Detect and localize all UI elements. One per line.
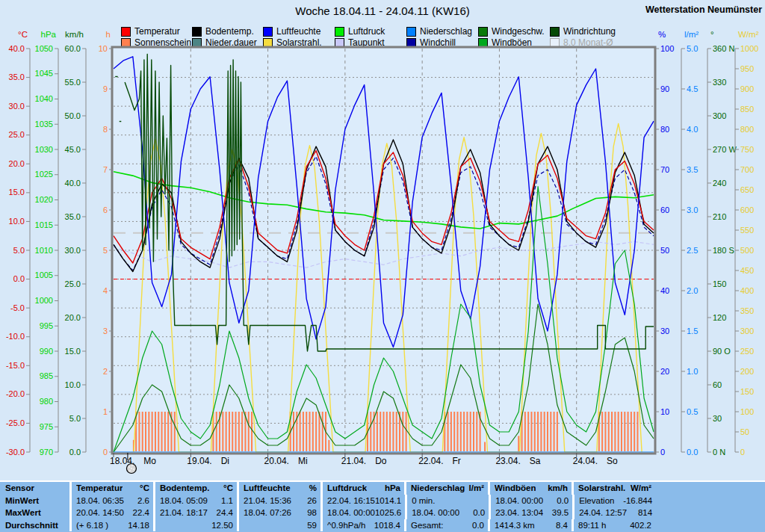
svg-text:1015: 1015 (35, 220, 53, 229)
svg-text:270 W: 270 W (713, 145, 737, 154)
svg-text:10: 10 (660, 407, 669, 416)
cell-value: W/m² (631, 482, 651, 495)
cell-text: Solarstrahl. (578, 482, 625, 495)
row-label: MaxWert (0, 507, 69, 519)
svg-text:4: 4 (103, 286, 108, 295)
cell-value: °C (140, 482, 149, 495)
axis-%: %1009080706050403020100 (655, 30, 674, 457)
svg-text:23.04. Sa: 23.04. Sa (495, 456, 540, 466)
svg-text:55.0: 55.0 (65, 78, 81, 87)
svg-text:180 S: 180 S (713, 246, 734, 255)
svg-text:1025: 1025 (35, 170, 53, 179)
svg-text:200: 200 (740, 367, 754, 376)
svg-text:150: 150 (713, 279, 726, 288)
svg-text:750: 750 (740, 145, 754, 154)
table-group-bodentemp-: 21.04. 18:1724.4 (153, 507, 237, 519)
cell-value: 12.50 (211, 519, 233, 532)
svg-text:1000: 1000 (35, 296, 53, 305)
cell-value: 24.4 (217, 507, 233, 519)
cell-value: 1014.1 (375, 495, 401, 507)
svg-text:350: 350 (740, 306, 754, 315)
svg-text:6: 6 (103, 205, 108, 214)
svg-text:1: 1 (103, 407, 108, 416)
cell-text: Bodentemp. (160, 482, 209, 495)
cell-text: 89:11 h (578, 519, 607, 532)
svg-text:5.0: 5.0 (687, 44, 698, 53)
cell-value: 98 (307, 507, 317, 519)
svg-text:0.0: 0.0 (687, 448, 698, 457)
svg-text:-5.0: -5.0 (10, 303, 25, 312)
svg-text:980: 980 (40, 397, 53, 406)
cell-text: Elevation (579, 495, 614, 507)
table-group-niederschlag: 0 min. (405, 495, 489, 507)
cell-value: 0.0 (473, 507, 485, 519)
table-group-temperatur: Temperatur°C (69, 482, 153, 495)
svg-text:5.0: 5.0 (69, 414, 81, 423)
svg-text:90 O: 90 O (713, 347, 731, 356)
svg-text:°C: °C (18, 30, 28, 39)
svg-text:-20.0: -20.0 (6, 389, 25, 398)
svg-text:500: 500 (740, 246, 754, 255)
axis-h: h109876543210 (99, 30, 113, 457)
cell-value: % (309, 482, 317, 495)
table-group-bodentemp-: Bodentemp.°C (153, 482, 237, 495)
svg-text:300: 300 (740, 327, 754, 335)
svg-text:1000: 1000 (740, 44, 758, 53)
svg-text:40.0: 40.0 (65, 179, 81, 188)
weather-app-window: { "title": "Woche 18.04.11 - 24.04.11 (K… (0, 0, 765, 532)
cell-value: 402.2 (630, 519, 651, 532)
table-group-bodentemp-: 18.04. 05:091.1 (153, 495, 237, 507)
cell-value: 1018.4 (374, 519, 400, 532)
table-group-niederschlag: 18.04. 00:000.0 (405, 507, 489, 519)
cell-text: 18.04. 05:09 (160, 495, 208, 507)
svg-text:hPa: hPa (41, 30, 57, 39)
axis-Wm: W/m²100095090085080075070065060055050045… (735, 30, 759, 457)
svg-text:650: 650 (740, 185, 754, 194)
cell-text: 23.04. 13:04 (495, 507, 543, 519)
svg-text:970: 970 (40, 448, 53, 457)
cell-text: Luftfeuchte (244, 482, 291, 495)
row-label: Sensor (0, 482, 69, 495)
svg-text:5: 5 (103, 246, 108, 255)
svg-text:3.0: 3.0 (687, 205, 698, 214)
svg-text:9: 9 (103, 84, 108, 93)
svg-text:W/m²: W/m² (738, 30, 759, 39)
svg-text:330: 330 (713, 78, 726, 87)
cell-value: 814 (638, 507, 652, 519)
axis-kmh: km/h60.055.050.045.040.035.030.025.020.0… (65, 30, 86, 457)
svg-text:1035: 1035 (35, 120, 53, 129)
svg-text:21.04. Do: 21.04. Do (341, 456, 387, 466)
cell-text: Windböen (495, 482, 536, 495)
table-group-solarstrahl-: Elevation-16.844 (572, 495, 656, 507)
cell-text: (+ 6.18 ) (76, 519, 108, 532)
axis-hPa: hPa1050104510401035103010251020101510101… (35, 30, 58, 457)
svg-text:50: 50 (740, 427, 749, 436)
svg-text:100: 100 (740, 407, 754, 416)
svg-text:19.04. Di: 19.04. Di (187, 456, 229, 466)
svg-text:20: 20 (660, 367, 669, 376)
table-group-luftdruck: 22.04. 16:151014.1 (320, 495, 405, 507)
svg-text:2.0: 2.0 (687, 286, 698, 295)
svg-text:1020: 1020 (35, 195, 53, 204)
cell-text: 1414.3 km (495, 519, 535, 532)
svg-text:850: 850 (740, 105, 754, 114)
svg-text:240: 240 (713, 179, 726, 188)
cell-value: 8.4 (556, 519, 568, 532)
svg-text:60: 60 (713, 380, 722, 389)
svg-text:80: 80 (660, 125, 669, 134)
cell-text: 24.04. 12:57 (579, 507, 627, 519)
table-group-temperatur: 18.04. 06:352.6 (69, 495, 153, 507)
table-row-sensor: SensorTemperatur°CBodentemp.°CLuftfeucht… (0, 482, 765, 495)
svg-text:30: 30 (660, 327, 669, 335)
table-group-temperatur: (+ 6.18 )14.18 (69, 519, 153, 532)
svg-text:-30.0: -30.0 (6, 448, 25, 457)
cell-value: 0.0 (557, 495, 569, 507)
svg-text:25.0: 25.0 (9, 130, 25, 139)
svg-text:10: 10 (99, 44, 108, 53)
svg-text:210: 210 (713, 212, 726, 221)
x-axis: 18.04. Mo19.04. Di20.04. Mi21.04. Do22.0… (110, 453, 618, 474)
svg-text:120: 120 (713, 313, 726, 322)
svg-text:50.0: 50.0 (65, 111, 81, 120)
cell-text: 0 min. (412, 495, 435, 507)
weather-chart: °C40.035.030.025.020.015.010.05.00.0-5.0… (0, 0, 765, 483)
